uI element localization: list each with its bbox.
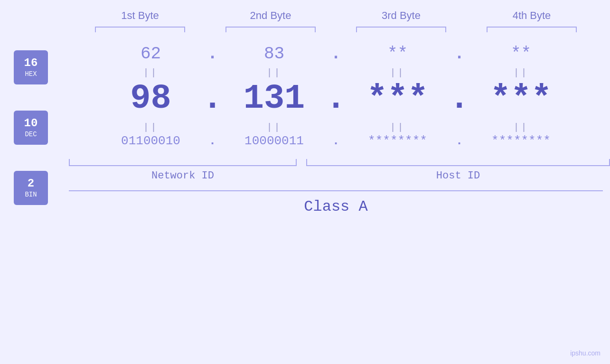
byte3-label: 3rd Byte — [349, 9, 453, 22]
host-bracket — [306, 159, 610, 166]
eq1-b3: || — [346, 67, 450, 78]
bin-badge-label: BIN — [25, 191, 37, 198]
dec-dot3: . — [450, 79, 469, 118]
id-labels-row: Network ID Host ID — [62, 170, 610, 182]
equals-row-1: || || || || — [62, 66, 610, 79]
hex-b2: 83 — [222, 44, 327, 64]
eq1-b2: || — [222, 67, 327, 78]
eq1-b1: || — [99, 67, 203, 78]
hex-badge: 16 HEX — [14, 50, 48, 84]
bottom-brackets-row — [62, 159, 610, 166]
hex-dot2: . — [327, 44, 346, 64]
dec-badge: 10 DEC — [14, 111, 48, 145]
bin-dot3: . — [450, 134, 469, 148]
byte-headers: 1st Byte 2nd Byte 3rd Byte 4th Byte — [75, 9, 597, 22]
bracket-3 — [356, 27, 446, 32]
network-bracket — [69, 159, 297, 166]
dec-dot2: . — [327, 79, 346, 118]
host-id-label: Host ID — [306, 170, 610, 182]
dec-b3: *** — [346, 79, 450, 118]
hex-dot1: . — [203, 44, 222, 64]
bracket-4 — [487, 27, 577, 32]
bin-row: 01100010 . 10000011 . ******** . *******… — [62, 134, 610, 148]
dec-b4: *** — [469, 79, 573, 118]
badges-column: 16 HEX 10 DEC 2 BIN — [0, 35, 62, 220]
class-label: Class A — [69, 198, 603, 215]
bin-b1: 01100010 — [99, 134, 203, 148]
dec-badge-label: DEC — [25, 131, 37, 138]
bin-b4: ******** — [469, 134, 573, 148]
hex-b3: ** — [346, 44, 450, 64]
bottom-section: Network ID Host ID Class A — [62, 159, 610, 215]
eq2-b2: || — [222, 122, 327, 133]
top-brackets — [75, 27, 597, 32]
byte4-label: 4th Byte — [479, 9, 584, 22]
hex-badge-num: 16 — [24, 56, 38, 70]
bin-b3: ******** — [346, 134, 450, 148]
bin-b2: 10000011 — [222, 134, 327, 148]
bin-dot1: . — [203, 134, 222, 148]
eq1-b4: || — [469, 67, 573, 78]
watermark: ipshu.com — [570, 349, 601, 357]
dec-badge-num: 10 — [24, 117, 38, 131]
class-bracket-line — [69, 190, 603, 191]
eq2-b4: || — [469, 122, 573, 133]
eq2-b1: || — [99, 122, 203, 133]
network-id-label: Network ID — [69, 170, 297, 182]
main-container: 1st Byte 2nd Byte 3rd Byte 4th Byte 16 H… — [0, 0, 610, 364]
hex-b4: ** — [469, 44, 573, 64]
byte2-label: 2nd Byte — [218, 9, 323, 22]
hex-badge-label: HEX — [25, 70, 37, 78]
equals-row-2: || || || || — [62, 121, 610, 134]
dec-b2: 131 — [222, 79, 327, 118]
dec-dot1: . — [203, 79, 222, 118]
class-section: Class A — [62, 190, 610, 215]
dec-row: 98 . 131 . *** . *** — [62, 79, 610, 118]
bin-badge: 2 BIN — [14, 171, 48, 205]
eq2-b3: || — [346, 122, 450, 133]
hex-dot3: . — [450, 44, 469, 64]
bracket-1 — [95, 27, 185, 32]
bin-badge-num: 2 — [28, 177, 34, 191]
bracket-2 — [225, 27, 316, 32]
hex-row: 62 . 83 . ** . ** — [62, 44, 610, 64]
byte1-label: 1st Byte — [88, 9, 192, 22]
rows-area: 62 . 83 . ** . ** || || || || 98 — [62, 35, 610, 220]
bin-dot2: . — [327, 134, 346, 148]
hex-b1: 62 — [99, 44, 203, 64]
dec-b1: 98 — [99, 79, 203, 118]
